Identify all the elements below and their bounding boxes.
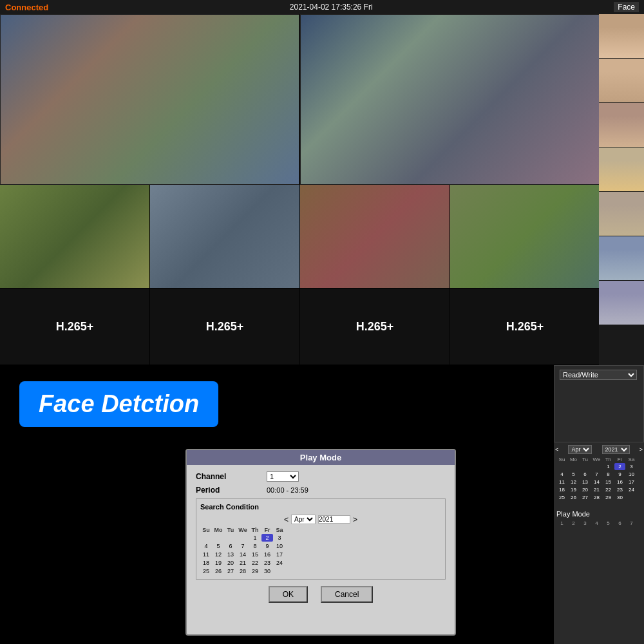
right-cal-header: < Apr 2021 >: [554, 442, 644, 457]
cal-next-button[interactable]: >: [353, 515, 357, 524]
video-cell-5: [300, 185, 450, 288]
h265-label-1: H.265+: [0, 289, 149, 365]
play-mode-dialog: Play Mode Channel 1 Period 00:00 - 23:59…: [185, 449, 456, 636]
h265-label-2: H.265+: [150, 289, 299, 365]
read-write-select[interactable]: Read/Write: [560, 370, 637, 380]
face-detection-area: Face Detction: [0, 365, 554, 442]
cal-prev-button[interactable]: <: [284, 515, 289, 524]
play-mode-days: 1 2 3 4 5 6 7: [556, 520, 641, 526]
video-cell-3: [0, 185, 149, 288]
h265-label-3: H.265+: [300, 289, 450, 365]
cal-year-input[interactable]: [318, 515, 350, 524]
dialog-buttons: OK Cancel: [196, 586, 446, 603]
bottom-section: Common PlayBack Sync PlayBack Dayparting…: [0, 442, 644, 644]
h265-label-4: H.265+: [450, 289, 600, 365]
bottom-label-row: H.265+ H.265+ H.265+ H.265+: [0, 289, 599, 365]
right-cal-month-select[interactable]: Apr: [568, 445, 592, 454]
face-thumb-7[interactable]: [599, 281, 644, 325]
right-panel-top: Read/Write: [554, 365, 644, 442]
channel-label: Channel: [196, 472, 267, 481]
ok-button[interactable]: OK: [269, 586, 308, 603]
video-cell-2: [300, 14, 600, 185]
period-value: 00:00 - 23:59: [267, 486, 308, 494]
play-mode-section: Play Mode 1 2 3 4 5 6 7: [554, 507, 644, 529]
face-thumb-4[interactable]: [599, 147, 644, 191]
face-thumb-6[interactable]: [599, 236, 644, 280]
face-tab[interactable]: Face: [614, 2, 639, 12]
video-cell-4: [150, 185, 299, 288]
top-video-row: [0, 14, 599, 185]
datetime-display: 2021-04-02 17:35:26 Fri: [290, 3, 373, 12]
top-bar: Connected 2021-04-02 17:35:26 Fri Face: [0, 0, 644, 14]
right-cal-grid: Su Mo Tu We Th Fr Sa 1 2 3 4 5 6 7 8 9 1…: [554, 457, 644, 501]
face-detection-text: Face Detction: [39, 390, 199, 417]
play-mode-label: Play Mode: [556, 510, 641, 518]
right-panel-bottom: < Apr 2021 > Su Mo Tu We Th Fr Sa 1 2 3 …: [554, 442, 644, 644]
middle-video-row: [0, 185, 599, 288]
period-label: Period: [196, 486, 267, 495]
face-detection-badge: Face Detction: [19, 381, 218, 427]
mini-calendar: < Apr > Su Mo Tu We Th Fr Sa: [200, 515, 441, 575]
face-thumb-3[interactable]: [599, 103, 644, 147]
right-cal-year-select[interactable]: 2021: [602, 445, 630, 454]
video-cell-1: [0, 14, 299, 185]
mini-cal-grid: Su Mo Tu We Th Fr Sa 1 2 3: [200, 527, 441, 575]
dialog-title: Play Mode: [187, 450, 455, 465]
face-thumb-2[interactable]: [599, 59, 644, 102]
search-condition-box: Search Condition < Apr > Su Mo Tu: [196, 498, 446, 580]
connected-status: Connected: [5, 3, 48, 12]
cal-month-select[interactable]: Apr: [291, 515, 316, 524]
search-condition-label: Search Condition: [200, 503, 441, 511]
cancel-button[interactable]: Cancel: [321, 586, 373, 603]
channel-select[interactable]: 1: [267, 471, 299, 482]
face-thumb-5[interactable]: [599, 192, 644, 236]
sidebar-faces: [599, 14, 644, 365]
face-thumb-1[interactable]: [599, 14, 644, 58]
video-cell-6: [450, 185, 600, 288]
